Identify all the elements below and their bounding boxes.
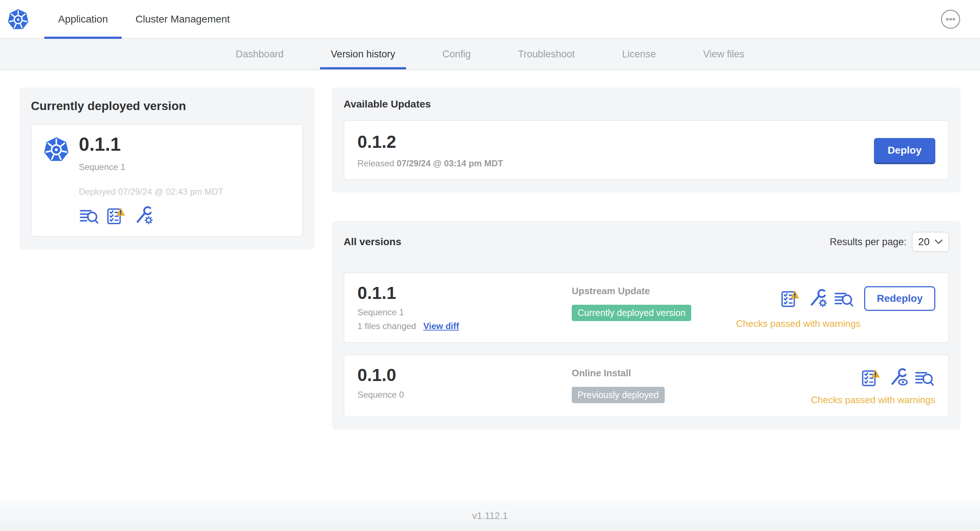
subnav-tab-view-files[interactable]: View files bbox=[692, 39, 756, 69]
version-number: 0.1.1 bbox=[358, 284, 572, 302]
main-content: Currently deployed version 0.1.1 Sequenc… bbox=[0, 70, 980, 501]
subnav-tab-troubleshoot[interactable]: Troubleshoot bbox=[507, 39, 586, 69]
deployed-version-panel: 0.1.1 Sequence 1 Deployed 07/29/24 @ 02:… bbox=[31, 124, 303, 237]
preflight-warning-icon[interactable] bbox=[861, 368, 881, 387]
version-sequence: Sequence 1 bbox=[358, 307, 572, 318]
overflow-menu-button[interactable] bbox=[940, 9, 961, 29]
update-info: 0.1.2 Released 07/29/24 @ 03:14 pm MDT bbox=[358, 132, 503, 169]
all-versions-title: All versions bbox=[344, 236, 401, 248]
logs-icon[interactable] bbox=[79, 206, 100, 225]
config-gear-icon[interactable] bbox=[132, 206, 154, 225]
released-label: Released bbox=[358, 158, 394, 168]
app-footer: v1.112.1 bbox=[0, 501, 980, 531]
update-released: Released 07/29/24 @ 03:14 pm MDT bbox=[358, 158, 503, 169]
subnav-tab-version-history[interactable]: Version history bbox=[320, 39, 406, 69]
preflight-warning-icon[interactable] bbox=[780, 289, 801, 308]
config-eye-icon[interactable] bbox=[888, 368, 908, 387]
header-tab-cluster-management[interactable]: Cluster Management bbox=[122, 0, 244, 38]
right-column: Available Updates 0.1.2 Released 07/29/2… bbox=[332, 87, 961, 430]
available-updates-title: Available Updates bbox=[344, 99, 949, 110]
deploy-button[interactable]: Deploy bbox=[874, 138, 935, 163]
version-rows: 0.1.1 Sequence 1 1 files changed View di… bbox=[344, 272, 949, 417]
subnav-tabs: DashboardVersion historyConfigTroublesho… bbox=[225, 39, 755, 69]
update-version-number: 0.1.2 bbox=[358, 132, 503, 152]
files-changed: 1 files changed bbox=[358, 321, 416, 331]
preflight-warning-icon[interactable] bbox=[106, 206, 127, 225]
deployed-version-body: 0.1.1 Sequence 1 Deployed 07/29/24 @ 02:… bbox=[79, 134, 223, 225]
version-row: 0.1.0 Sequence 0 Online Install Previous… bbox=[344, 355, 949, 417]
redeploy-button[interactable]: Redeploy bbox=[864, 286, 935, 311]
page: ApplicationCluster Management DashboardV… bbox=[0, 0, 980, 531]
deployed-version-icons bbox=[79, 206, 223, 225]
version-row-info: 0.1.0 Sequence 0 bbox=[358, 366, 572, 399]
version-row-source: Upstream Update Currently deployed versi… bbox=[572, 284, 736, 321]
app-subnav: DashboardVersion historyConfigTroublesho… bbox=[0, 39, 980, 70]
config-gear-icon[interactable] bbox=[807, 289, 828, 308]
version-row-actions: Redeploy Checks passed with warnings bbox=[736, 284, 936, 329]
logs-icon[interactable] bbox=[834, 289, 855, 308]
version-actions bbox=[861, 368, 935, 387]
app-header: ApplicationCluster Management bbox=[0, 0, 980, 39]
deployed-card-title: Currently deployed version bbox=[31, 99, 303, 113]
logs-icon[interactable] bbox=[914, 368, 935, 387]
version-number: 0.1.0 bbox=[358, 366, 572, 384]
subnav-tab-dashboard[interactable]: Dashboard bbox=[225, 39, 294, 69]
version-source: Upstream Update bbox=[572, 286, 736, 297]
version-row: 0.1.1 Sequence 1 1 files changed View di… bbox=[344, 272, 949, 343]
version-row-actions: Checks passed with warnings bbox=[811, 366, 936, 406]
subnav-tab-config[interactable]: Config bbox=[431, 39, 482, 69]
version-actions: Redeploy bbox=[780, 286, 935, 311]
ellipsis-icon bbox=[940, 9, 961, 29]
deployed-version-timestamp: Deployed 07/29/24 @ 02:43 pm MDT bbox=[79, 187, 223, 197]
header-spacer bbox=[244, 0, 940, 38]
released-date: 07/29/24 @ 03:14 pm MDT bbox=[397, 158, 503, 168]
version-action-icons bbox=[780, 289, 855, 308]
deployed-version-sequence: Sequence 1 bbox=[79, 162, 223, 172]
deployed-version-number: 0.1.1 bbox=[79, 134, 223, 155]
all-versions-card: All versions Results per page: 20 0.1.1 … bbox=[332, 221, 961, 430]
update-row: 0.1.2 Released 07/29/24 @ 03:14 pm MDT D… bbox=[344, 120, 949, 180]
version-row-source: Online Install Previously deployed bbox=[572, 366, 811, 403]
header-tab-application[interactable]: Application bbox=[44, 0, 122, 38]
results-per-page-label: Results per page: bbox=[830, 237, 907, 248]
results-per-page-select[interactable]: 20 bbox=[912, 232, 949, 252]
app-logo bbox=[0, 0, 44, 38]
header-tabs: ApplicationCluster Management bbox=[44, 0, 244, 38]
currently-deployed-card: Currently deployed version 0.1.1 Sequenc… bbox=[19, 87, 315, 250]
subnav-tab-license[interactable]: License bbox=[611, 39, 667, 69]
version-files: 1 files changed View diff bbox=[358, 321, 572, 331]
version-status-badge: Currently deployed version bbox=[572, 305, 691, 321]
kubernetes-logo-icon bbox=[6, 8, 30, 31]
available-updates-card: Available Updates 0.1.2 Released 07/29/2… bbox=[332, 87, 961, 192]
results-per-page-value: 20 bbox=[918, 236, 929, 248]
chevron-down-icon bbox=[935, 239, 943, 245]
version-action-icons bbox=[861, 368, 935, 387]
results-per-page: Results per page: 20 bbox=[830, 232, 949, 252]
console-version: v1.112.1 bbox=[472, 510, 508, 521]
version-sequence: Sequence 0 bbox=[358, 390, 572, 400]
version-row-info: 0.1.1 Sequence 1 1 files changed View di… bbox=[358, 284, 572, 331]
checks-status: Checks passed with warnings bbox=[811, 394, 936, 406]
version-source: Online Install bbox=[572, 367, 811, 379]
checks-status: Checks passed with warnings bbox=[736, 318, 861, 329]
all-versions-header: All versions Results per page: 20 bbox=[344, 232, 949, 252]
version-status-badge: Previously deployed bbox=[572, 387, 665, 403]
view-diff-link[interactable]: View diff bbox=[423, 321, 459, 331]
kubernetes-app-icon bbox=[43, 135, 70, 163]
